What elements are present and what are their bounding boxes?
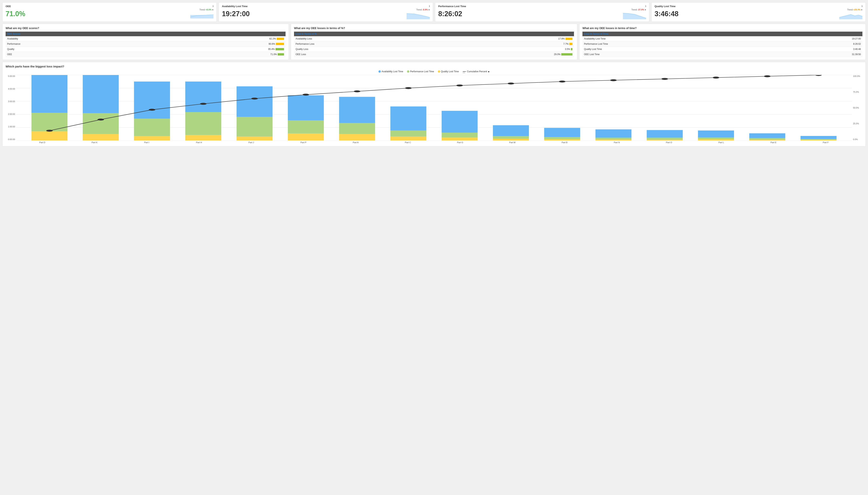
svg-rect-15 [83, 75, 119, 113]
x-label: Part B [539, 141, 591, 143]
row-value: 3.5% [435, 47, 574, 52]
legend-cumulative-label: Cumulative Percent [467, 70, 487, 73]
mini-bar [277, 38, 284, 40]
performance-sparkline [623, 12, 646, 19]
legend-performance: Performance Lost Time [407, 70, 434, 73]
svg-rect-44 [595, 138, 631, 139]
x-label: Part D [16, 141, 68, 143]
svg-point-70 [662, 78, 668, 80]
performance-trend-area: Trend -37.0% ● [623, 8, 646, 19]
svg-point-58 [46, 130, 53, 132]
chart-container: 5:00:00 4:00:00 3:00:00 2:00:00 1:00:00 … [5, 75, 863, 140]
svg-rect-54 [749, 133, 785, 138]
oee-loss-time-title: What are my OEE losses in terms of time? [582, 27, 863, 30]
svg-rect-16 [134, 136, 170, 140]
svg-rect-11 [31, 113, 67, 131]
oee-card-title: OEE [5, 5, 11, 8]
y-right-25: 25.0% [853, 122, 859, 125]
y-label-2: 2:00:00 [8, 113, 15, 115]
oee-trend-label: Trend +8.0% ● [199, 8, 214, 11]
performance-info-icon[interactable]: ℹ [645, 5, 646, 7]
svg-rect-31 [390, 137, 426, 140]
x-label: Part A [329, 141, 382, 143]
availability-card-title: Availability Lost Time [222, 5, 248, 8]
svg-rect-24 [237, 86, 273, 117]
performance-trend-value: -37.0% [637, 8, 644, 11]
table-row: Availability Lost Time 19:27:00 [582, 36, 863, 41]
top-cards-section: OEE ℹ 71.0% Trend +8.0% ● Availability L… [2, 2, 866, 22]
table-row: OEE Lost Time 31:39:50 [582, 52, 863, 57]
mini-bar [569, 43, 573, 45]
performance-card-title: Performance Lost Time [438, 5, 466, 8]
svg-rect-21 [185, 82, 221, 112]
svg-rect-49 [698, 139, 734, 140]
y-label-0: 0:00:00 [8, 138, 15, 140]
oee-loss-pct-panel: What are my OEE losses in terms of %? Lo… [291, 24, 577, 60]
pareto-panel: Which parts have the biggest loss impact… [2, 62, 866, 147]
x-label: Part F [800, 141, 852, 143]
svg-rect-26 [288, 120, 324, 134]
y-right-75: 75.0% [853, 91, 859, 93]
row-value: 8:26:02 [776, 41, 863, 47]
x-label: Part E [747, 141, 800, 143]
oee-loss-time-panel: What are my OEE losses in terms of time?… [579, 24, 866, 60]
svg-rect-34 [442, 137, 478, 140]
table-row: Performance 90.6% [5, 41, 286, 47]
table-row: Availability 82.2% [5, 36, 286, 41]
chart-legend: Availability Lost Time Performance Lost … [5, 70, 863, 73]
x-label: Part L [695, 141, 747, 143]
svg-rect-57 [801, 136, 837, 139]
mini-bar [276, 43, 284, 45]
availability-card: Availability Lost Time ℹ 19:27:00 Trend … [219, 2, 433, 22]
table-row: Quality Loss 3.5% [294, 47, 574, 52]
oee-trend-area: Trend +8.0% ● [190, 8, 214, 19]
x-axis-labels: Part DPart KPart IPart HPart JPart PPart… [5, 140, 863, 143]
y-right-100: 100.0% [853, 75, 860, 77]
chart-svg-container [16, 75, 852, 140]
svg-point-72 [764, 75, 770, 77]
y-label-4: 4:00:00 [8, 88, 15, 90]
row-label: OEE [5, 52, 135, 57]
svg-rect-45 [595, 129, 631, 138]
performance-card: Performance Lost Time ℹ 8:26:02 Trend -3… [435, 2, 649, 22]
svg-point-67 [508, 83, 514, 84]
oee-card: OEE ℹ 71.0% Trend +8.0% ● [2, 2, 217, 22]
mini-bar [275, 48, 284, 50]
svg-point-68 [559, 81, 565, 83]
row-label: OEE Lost Time [582, 52, 776, 57]
svg-rect-47 [647, 138, 683, 139]
y-label-1: 1:00:00 [8, 125, 15, 128]
table-row: OEE Loss 29.0% [294, 52, 574, 57]
row-label: Quality Loss [294, 47, 435, 52]
row-value: 17.8% [435, 36, 574, 41]
svg-rect-30 [339, 97, 375, 123]
row-value: 7.7% [435, 41, 574, 47]
svg-rect-12 [31, 75, 67, 113]
svg-point-66 [456, 84, 463, 86]
availability-trend-label: Trend -8.9% ● [416, 8, 430, 11]
quality-info-icon[interactable]: ℹ [862, 5, 863, 7]
table-row: Performance Lost Time 8:26:02 [582, 41, 863, 47]
row-label: Availability Loss [294, 36, 435, 41]
x-label: Part P [277, 141, 329, 143]
legend-performance-dot [407, 70, 409, 73]
oee-scores-title: What are my OEE scores? [5, 27, 286, 30]
quality-trend-value: +29.4% [853, 8, 861, 11]
svg-rect-43 [595, 139, 631, 140]
pareto-chart-svg [16, 75, 852, 140]
oee-info-icon[interactable]: ℹ [212, 5, 214, 7]
availability-info-icon[interactable]: ℹ [429, 5, 430, 7]
availability-trend-area: Trend -8.9% ● [407, 8, 430, 19]
svg-rect-10 [31, 131, 67, 140]
middle-section: What are my OEE scores? OEE Scores Avail… [2, 24, 866, 60]
oee-loss-pct-title: What are my OEE losses in terms of %? [294, 27, 574, 30]
quality-trend-area: Trend +29.4% ● [839, 8, 863, 19]
svg-point-63 [303, 94, 309, 96]
row-label: Availability Lost Time [582, 36, 776, 41]
performance-value: 8:26:02 [438, 10, 462, 18]
x-label: Part C [382, 141, 434, 143]
svg-point-61 [200, 103, 206, 105]
y-right-50: 50.0% [853, 107, 859, 109]
x-label: Part M [486, 141, 539, 143]
x-label: Part N [591, 141, 643, 143]
